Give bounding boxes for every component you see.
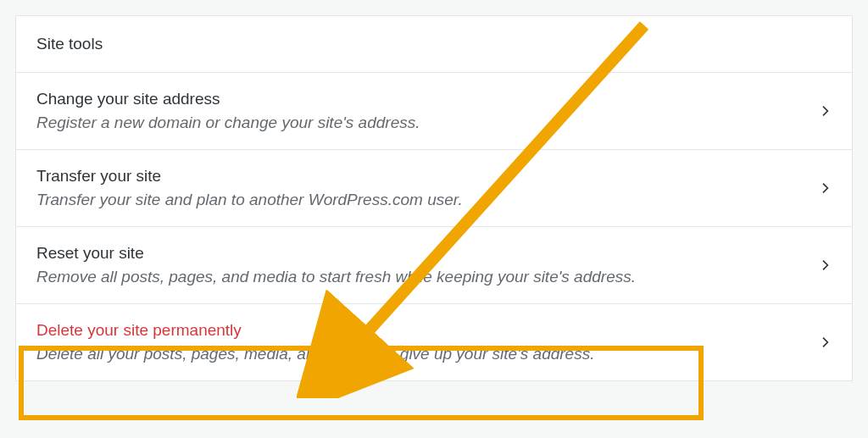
row-text: Delete your site permanently Delete all … (36, 321, 804, 363)
row-text: Transfer your site Transfer your site an… (36, 167, 804, 209)
row-desc: Remove all posts, pages, and media to st… (36, 268, 804, 286)
chevron-right-icon (818, 335, 832, 349)
row-title: Change your site address (36, 90, 804, 108)
row-text: Change your site address Register a new … (36, 90, 804, 132)
row-reset-site[interactable]: Reset your site Remove all posts, pages,… (16, 227, 852, 304)
row-transfer-site[interactable]: Transfer your site Transfer your site an… (16, 150, 852, 227)
row-delete-site[interactable]: Delete your site permanently Delete all … (16, 304, 852, 380)
row-desc: Delete all your posts, pages, media, and… (36, 345, 804, 363)
row-title: Reset your site (36, 244, 804, 263)
chevron-right-icon (818, 104, 832, 118)
row-desc: Transfer your site and plan to another W… (36, 191, 804, 209)
row-change-site-address[interactable]: Change your site address Register a new … (16, 73, 852, 150)
row-title: Delete your site permanently (36, 321, 804, 340)
section-title: Site tools (16, 16, 852, 73)
row-title: Transfer your site (36, 167, 804, 186)
row-desc: Register a new domain or change your sit… (36, 114, 804, 132)
site-tools-card: Site tools Change your site address Regi… (15, 15, 853, 381)
chevron-right-icon (818, 258, 832, 272)
chevron-right-icon (818, 181, 832, 195)
row-text: Reset your site Remove all posts, pages,… (36, 244, 804, 286)
